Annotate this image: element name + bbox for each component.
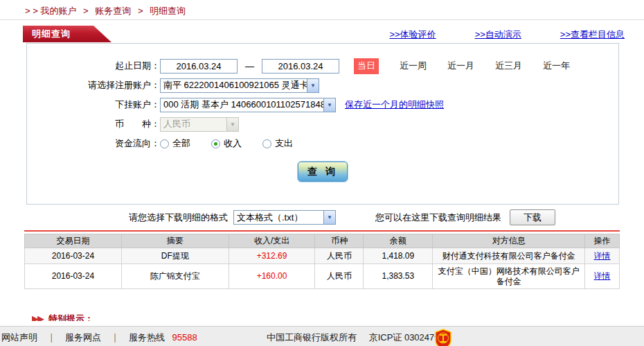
cell-amount: +312.69 bbox=[229, 248, 315, 264]
top-divider bbox=[0, 19, 644, 20]
experience-review-link[interactable]: >>体验评价 bbox=[389, 28, 436, 41]
currency-value: 人民币 bbox=[161, 118, 226, 130]
table-top-red-divider bbox=[24, 230, 620, 232]
register-account-select[interactable]: 南平 6222001406100921065 灵通卡 ▼ bbox=[160, 78, 319, 93]
chevron-down-icon: ▼ bbox=[323, 211, 335, 224]
column-info-link[interactable]: >>查看栏目信息 bbox=[560, 28, 625, 41]
service-outlets-link[interactable]: 服务网点 bbox=[65, 332, 101, 343]
cell-balance: 1,383.53 bbox=[364, 264, 433, 289]
quick-range-today[interactable]: 当日 bbox=[354, 58, 379, 74]
chevron-down-icon: ▼ bbox=[307, 79, 319, 92]
date-to-input[interactable] bbox=[262, 59, 339, 73]
footer-separator: ｜ bbox=[47, 332, 56, 343]
page: > > 我的账户 > 账务查询 > 明细查询 明细查询 >>体验评价 >>自动演… bbox=[0, 0, 644, 346]
download-format-select[interactable]: 文本格式（.txt） ▼ bbox=[233, 210, 336, 225]
quick-range-month[interactable]: 近一月 bbox=[447, 60, 474, 72]
radio-icon bbox=[262, 139, 271, 148]
icp-number: 京ICP证 030247号 bbox=[369, 332, 444, 343]
cell-balance: 1,418.09 bbox=[364, 248, 433, 264]
cell-summary: 陈广锦支付宝 bbox=[121, 264, 229, 289]
cell-currency: 人民币 bbox=[315, 248, 364, 264]
download-format-value: 文本格式（.txt） bbox=[234, 211, 323, 224]
cell-date: 2016-03-24 bbox=[25, 248, 122, 264]
cell-summary: DF提现 bbox=[121, 248, 229, 264]
download-hint: 您可以在这里下载查询明细结果 bbox=[375, 211, 501, 224]
currency-label: 币 种： bbox=[27, 118, 160, 130]
chevron-down-icon: ▼ bbox=[226, 118, 238, 131]
breadcrumb-item-my-account[interactable]: 我的账户 bbox=[40, 6, 76, 16]
flow-radio-expense-label: 支出 bbox=[275, 137, 293, 150]
header-currency: 币种 bbox=[315, 234, 364, 248]
cell-date: 2016-03-24 bbox=[25, 264, 122, 289]
footer-links: 网站声明 ｜ 服务网点 ｜ 服务热线 95588 bbox=[1, 331, 197, 344]
currency-select: 人民币 ▼ bbox=[160, 117, 239, 132]
flow-row: 资金流向： 全部 收入 支出 bbox=[27, 134, 618, 153]
table-row: 2016-03-24 DF提现 +312.69 人民币 1,418.09 财付通… bbox=[25, 248, 620, 264]
notice-arrows-icon: ▶▶ bbox=[32, 313, 43, 321]
header-action: 操作 bbox=[585, 234, 620, 248]
quick-range-quarter[interactable]: 近三月 bbox=[495, 60, 522, 72]
breadcrumb-item-detail-query[interactable]: 明细查询 bbox=[150, 6, 186, 16]
quick-range-week[interactable]: 近一周 bbox=[400, 60, 427, 72]
section-tab-title: 明细查询 bbox=[23, 26, 111, 42]
breadcrumb-separator: > bbox=[138, 6, 143, 16]
date-dash: — bbox=[245, 61, 254, 71]
date-from-input[interactable] bbox=[160, 59, 238, 73]
site-statement-link[interactable]: 网站声明 bbox=[1, 332, 37, 343]
footer-copyright: 中国工商银行版权所有 京ICP证 030247号 bbox=[267, 331, 443, 344]
breadcrumb-prefix: > > bbox=[25, 6, 38, 16]
flow-radio-income[interactable]: 收入 bbox=[211, 137, 242, 150]
flow-radio-expense[interactable]: 支出 bbox=[262, 137, 293, 150]
header-counterparty: 对方信息 bbox=[433, 234, 585, 248]
footer-separator: ｜ bbox=[111, 332, 120, 343]
register-account-value: 南平 6222001406100921065 灵通卡 bbox=[161, 79, 307, 92]
sub-account-row: 下挂账户： 000 活期 基本户 1406600101102571848 ▼ 保… bbox=[27, 95, 618, 114]
header-summary: 摘要 bbox=[121, 234, 229, 248]
quick-range-year[interactable]: 近一年 bbox=[543, 60, 570, 72]
download-button[interactable]: 下载 bbox=[510, 209, 555, 225]
date-range-label: 起止日期： bbox=[27, 60, 160, 72]
radio-checked-icon bbox=[211, 139, 220, 148]
snapshot-link[interactable]: 保存近一个月的明细快照 bbox=[345, 98, 444, 111]
radio-icon bbox=[160, 139, 169, 148]
query-form: 起止日期： — 当日 近一周 近一月 近三月 近一年 请选择注册账户： 南平 6… bbox=[26, 43, 619, 205]
breadcrumb: > > 我的账户 > 账务查询 > 明细查询 bbox=[25, 5, 186, 17]
cell-amount: +160.00 bbox=[229, 264, 315, 289]
flow-radio-all[interactable]: 全部 bbox=[160, 137, 190, 150]
header-balance: 余额 bbox=[364, 234, 433, 248]
query-button-row: 查 询 bbox=[27, 162, 618, 182]
copyright-text: 中国工商银行版权所有 bbox=[267, 332, 357, 343]
chevron-down-icon: ▼ bbox=[323, 98, 335, 112]
flow-label: 资金流向： bbox=[27, 137, 160, 150]
detail-link[interactable]: 详情 bbox=[594, 251, 611, 261]
register-account-row: 请选择注册账户： 南平 6222001406100921065 灵通卡 ▼ bbox=[27, 76, 618, 95]
table-row: 2016-03-24 陈广锦支付宝 +160.00 人民币 1,383.53 支… bbox=[25, 264, 620, 289]
sub-account-select[interactable]: 000 活期 基本户 1406600101102571848 ▼ bbox=[160, 98, 336, 112]
date-range-row: 起止日期： — 当日 近一周 近一月 近三月 近一年 bbox=[27, 56, 618, 76]
header-date: 交易日期 bbox=[25, 234, 122, 248]
detail-link[interactable]: 详情 bbox=[594, 271, 611, 281]
sub-account-value: 000 活期 基本户 1406600101102571848 bbox=[161, 98, 323, 111]
hotline-number: 95588 bbox=[172, 332, 197, 343]
notice-text: 特别提示： bbox=[48, 313, 93, 321]
cell-counterparty: 财付通支付科技有限公司客户备付金 bbox=[433, 248, 585, 264]
download-row: 请您选择下载明细的格式 文本格式（.txt） ▼ 您可以在这里下载查询明细结果 … bbox=[26, 209, 619, 226]
security-shield-icon bbox=[435, 329, 451, 346]
flow-radio-group: 全部 收入 支出 bbox=[160, 137, 314, 150]
cell-currency: 人民币 bbox=[315, 264, 364, 289]
currency-row: 币 种： 人民币 ▼ bbox=[27, 114, 618, 134]
download-format-label: 请您选择下载明细的格式 bbox=[129, 211, 228, 224]
hotline-label: 服务热线 bbox=[129, 332, 165, 343]
register-account-label: 请选择注册账户： bbox=[27, 79, 160, 92]
breadcrumb-item-account-query[interactable]: 账务查询 bbox=[95, 6, 131, 16]
breadcrumb-separator: > bbox=[83, 6, 89, 16]
result-table: 交易日期 摘要 收入/支出 币种 余额 对方信息 操作 2016-03-24 D… bbox=[24, 234, 620, 289]
auto-demo-link[interactable]: >>自动演示 bbox=[475, 28, 521, 41]
sub-account-label: 下挂账户： bbox=[27, 98, 160, 111]
cell-counterparty: 支付宝（中国）网络技术有限公司客户备付金 bbox=[433, 264, 585, 289]
footer: 网站声明 ｜ 服务网点 ｜ 服务热线 95588 中国工商银行版权所有 京ICP… bbox=[0, 326, 644, 346]
query-button[interactable]: 查 询 bbox=[298, 162, 348, 182]
header-links: >>体验评价 >>自动演示 >>查看栏目信息 bbox=[389, 28, 625, 41]
header-amount: 收入/支出 bbox=[229, 234, 315, 248]
table-header-row: 交易日期 摘要 收入/支出 币种 余额 对方信息 操作 bbox=[25, 234, 620, 248]
